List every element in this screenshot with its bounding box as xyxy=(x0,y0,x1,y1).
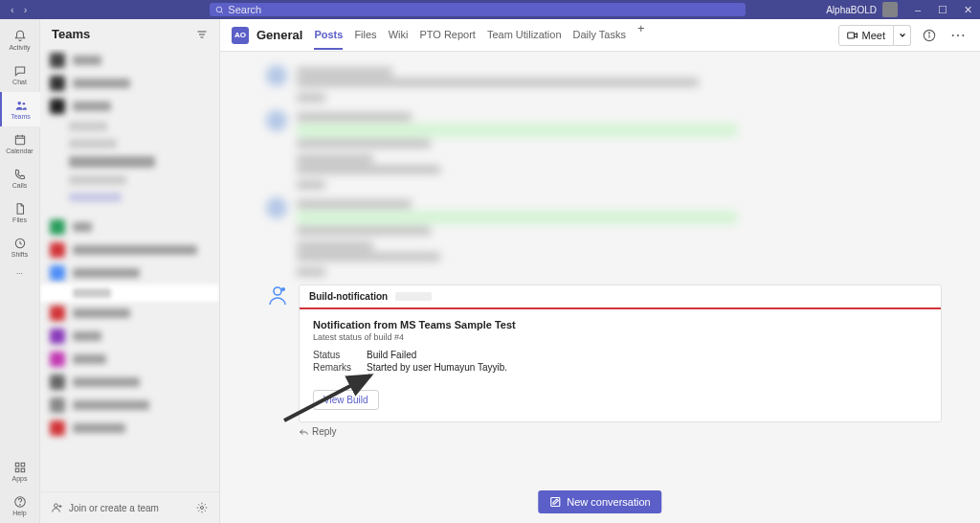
maximize-button[interactable]: ☐ xyxy=(930,4,955,16)
add-tab-button[interactable]: + xyxy=(637,21,645,50)
svg-point-2 xyxy=(17,102,21,105)
back-button[interactable]: ‹ xyxy=(8,4,17,15)
channel-item[interactable] xyxy=(40,118,219,135)
channel-avatar: AO xyxy=(232,27,249,44)
meet-button[interactable]: Meet xyxy=(838,25,894,46)
panel-title: Teams xyxy=(52,27,90,41)
rail-help[interactable]: Help xyxy=(0,489,40,523)
svg-point-14 xyxy=(19,505,20,506)
gear-icon[interactable] xyxy=(196,502,208,513)
team-item[interactable] xyxy=(40,302,219,325)
rail-calendar[interactable]: Calendar xyxy=(0,126,40,161)
svg-rect-28 xyxy=(551,498,560,507)
rail-chat[interactable]: Chat xyxy=(0,57,40,92)
channel-header: AO General Posts Files Wiki PTO Report T… xyxy=(220,19,980,52)
svg-point-27 xyxy=(281,287,285,291)
svg-rect-22 xyxy=(847,33,854,38)
message-feed: Build-notification Notification from MS … xyxy=(220,52,980,523)
card-subtitle: Latest status of build #4 xyxy=(313,332,927,342)
rail-teams[interactable]: Teams xyxy=(0,92,40,126)
app-rail: Activity Chat Teams Calendar Calls Files… xyxy=(0,19,40,523)
search-placeholder: Search xyxy=(228,4,261,15)
team-item[interactable] xyxy=(40,49,219,72)
svg-rect-4 xyxy=(15,136,24,145)
channel-name: General xyxy=(256,28,302,42)
rail-apps[interactable]: Apps xyxy=(0,454,40,489)
info-button[interactable] xyxy=(919,25,940,46)
compose-area: New conversation xyxy=(538,490,661,513)
tab-posts[interactable]: Posts xyxy=(314,21,343,50)
team-item[interactable] xyxy=(40,239,219,262)
search-input[interactable]: Search xyxy=(210,3,746,16)
team-list xyxy=(40,49,219,491)
rail-more[interactable]: ⋯ xyxy=(0,264,40,284)
notification-card-container: Build-notification Notification from MS … xyxy=(266,284,942,439)
avatar xyxy=(882,2,898,17)
filter-icon[interactable] xyxy=(196,29,208,40)
svg-rect-11 xyxy=(15,468,19,472)
team-item[interactable] xyxy=(40,216,219,239)
team-item[interactable] xyxy=(40,325,219,348)
team-item[interactable] xyxy=(40,95,219,118)
compose-icon xyxy=(549,496,561,508)
team-item[interactable] xyxy=(40,284,219,302)
ellipsis-icon: ⋯ xyxy=(16,270,23,278)
channel-item[interactable] xyxy=(40,135,219,152)
svg-point-0 xyxy=(216,7,222,12)
rail-calls[interactable]: Calls xyxy=(0,161,40,195)
join-create-team[interactable]: Join or create a team xyxy=(52,502,159,513)
card-title: Notification from MS Teams Sample Test xyxy=(313,319,927,330)
meet-dropdown[interactable] xyxy=(894,25,911,46)
svg-line-1 xyxy=(222,11,224,13)
rail-shifts[interactable]: Shifts xyxy=(0,230,40,264)
bot-avatar xyxy=(266,284,289,307)
bot-icon xyxy=(266,284,289,307)
channel-item[interactable] xyxy=(40,152,219,171)
content-area: AO General Posts Files Wiki PTO Report T… xyxy=(220,19,980,523)
team-item[interactable] xyxy=(40,262,219,284)
teams-panel: Teams Join or cr xyxy=(40,19,220,523)
new-conversation-button[interactable]: New conversation xyxy=(538,490,661,513)
tab-team-utilization[interactable]: Team Utilization xyxy=(487,21,562,50)
tab-daily-tasks[interactable]: Daily Tasks xyxy=(573,21,626,50)
team-item[interactable] xyxy=(40,394,219,417)
minimize-button[interactable]: – xyxy=(905,4,930,16)
svg-point-18 xyxy=(55,504,58,508)
reply-icon xyxy=(299,427,308,437)
title-bar: ‹ › Search AlphaBOLD – ☐ ✕ xyxy=(0,0,980,19)
svg-rect-9 xyxy=(15,463,19,466)
search-icon xyxy=(215,6,224,14)
user-menu[interactable]: AlphaBOLD xyxy=(826,2,898,17)
timestamp-redacted xyxy=(395,292,432,301)
window-controls: – ☐ ✕ xyxy=(905,4,980,16)
team-item[interactable] xyxy=(40,417,219,440)
svg-rect-12 xyxy=(21,468,25,472)
team-item[interactable] xyxy=(40,348,219,371)
channel-tabs: Posts Files Wiki PTO Report Team Utiliza… xyxy=(314,21,644,50)
tab-wiki[interactable]: Wiki xyxy=(389,21,409,50)
video-icon xyxy=(847,30,858,41)
svg-point-3 xyxy=(22,102,25,105)
username-label: AlphaBOLD xyxy=(826,5,877,15)
channel-item[interactable] xyxy=(40,189,219,206)
team-item[interactable] xyxy=(40,371,219,394)
bot-name: Build-notification xyxy=(309,291,388,302)
forward-button[interactable]: › xyxy=(21,4,31,15)
close-button[interactable]: ✕ xyxy=(955,4,980,16)
card-facts: StatusBuild Failed RemarksStarted by use… xyxy=(313,350,927,373)
view-build-button[interactable]: View Build xyxy=(313,390,379,410)
rail-activity[interactable]: Activity xyxy=(0,23,40,57)
svg-rect-10 xyxy=(21,463,25,466)
channel-item[interactable] xyxy=(40,171,219,189)
rail-files[interactable]: Files xyxy=(0,195,40,230)
build-notification-card: Build-notification Notification from MS … xyxy=(299,284,942,422)
ellipsis-icon: ⋯ xyxy=(950,26,966,44)
team-item[interactable] xyxy=(40,72,219,95)
reply-button[interactable]: Reply xyxy=(266,422,942,439)
tab-files[interactable]: Files xyxy=(354,21,376,50)
svg-point-26 xyxy=(274,287,281,295)
more-button[interactable]: ⋯ xyxy=(947,25,969,46)
tab-pto-report[interactable]: PTO Report xyxy=(419,21,476,50)
chevron-down-icon xyxy=(899,32,906,39)
svg-point-25 xyxy=(929,32,930,33)
